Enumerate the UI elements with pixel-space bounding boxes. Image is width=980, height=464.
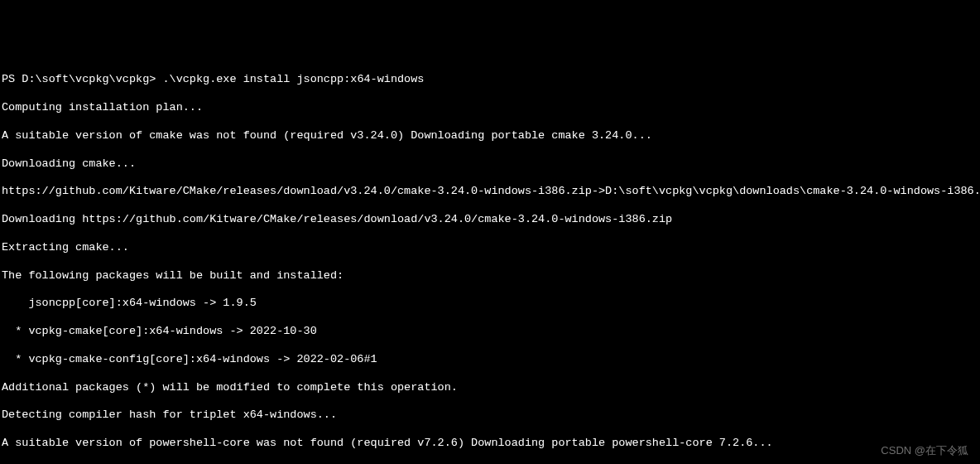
output-line: Extracting cmake... (2, 241, 978, 255)
output-line: A suitable version of cmake was not foun… (2, 129, 978, 143)
output-line: Downloading https://github.com/Kitware/C… (2, 213, 978, 227)
output-line: Detecting compiler hash for triplet x64-… (2, 408, 978, 423)
prompt-line: PS D:\soft\vcpkg\vcpkg> .\vcpkg.exe inst… (2, 73, 978, 87)
output-line: * vcpkg-cmake-config[core]:x64-windows -… (2, 353, 978, 367)
output-line: * vcpkg-cmake[core]:x64-windows -> 2022-… (2, 325, 978, 339)
output-line: A suitable version of powershell-core wa… (2, 437, 978, 451)
output-line: jsoncpp[core]:x64-windows -> 1.9.5 (2, 297, 978, 311)
output-line: The following packages will be built and… (2, 269, 978, 283)
watermark-text: CSDN @在下令狐 (881, 444, 968, 457)
output-line: Computing installation plan... (2, 101, 978, 115)
output-line: Additional packages (*) will be modified… (2, 381, 978, 395)
output-line: https://github.com/Kitware/CMake/release… (2, 185, 978, 199)
prompt-prefix: PS D:\soft\vcpkg\vcpkg> (2, 73, 162, 85)
terminal-output[interactable]: PS D:\soft\vcpkg\vcpkg> .\vcpkg.exe inst… (2, 60, 978, 465)
command-text: .\vcpkg.exe install jsoncpp:x64-windows (162, 73, 424, 85)
output-line: Downloading cmake... (2, 157, 978, 172)
